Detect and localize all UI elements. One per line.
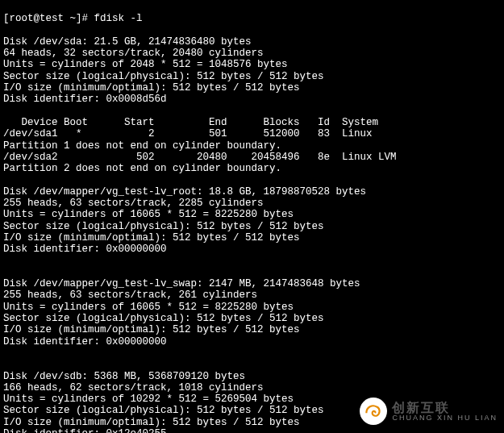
disk-sda-units: Units = cylinders of 2048 * 512 = 104857… bbox=[3, 59, 288, 70]
disk-lvroot-geom: 255 heads, 63 sectors/track, 2285 cylind… bbox=[3, 198, 264, 209]
disk-lvroot-sector: Sector size (logical/physical): 512 byte… bbox=[3, 221, 324, 232]
disk-sdb-units: Units = cylinders of 10292 * 512 = 52695… bbox=[3, 393, 294, 405]
disk-sda-io: I/O size (minimum/optimal): 512 bytes / … bbox=[3, 82, 300, 94]
disk-lvroot-units: Units = cylinders of 16065 * 512 = 82252… bbox=[3, 209, 294, 220]
disk-lvswap-geom: 255 heads, 63 sectors/track, 261 cylinde… bbox=[3, 289, 257, 301]
disk-lvswap-sector: Sector size (logical/physical): 512 byte… bbox=[3, 313, 324, 324]
disk-lvswap-id: Disk identifier: 0x00000000 bbox=[3, 336, 167, 348]
disk-sdb-id: Disk identifier: 0x12e40255 bbox=[3, 428, 167, 433]
disk-sdb-sector: Sector size (logical/physical): 512 byte… bbox=[3, 405, 324, 416]
partition-warning: Partition 2 does not end on cylinder bou… bbox=[3, 163, 281, 174]
partition-warning: Partition 1 does not end on cylinder bou… bbox=[3, 140, 281, 152]
disk-lvroot-io: I/O size (minimum/optimal): 512 bytes / … bbox=[3, 232, 300, 244]
partition-row-sda1: /dev/sda1 * 2 501 512000 83 Linux bbox=[3, 128, 373, 139]
disk-sda-header: Disk /dev/sda: 21.5 GB, 21474836480 byte… bbox=[3, 36, 252, 48]
disk-lvswap-header: Disk /dev/mapper/vg_test-lv_swap: 2147 M… bbox=[3, 278, 360, 289]
terminal-output[interactable]: [root@test ~]# fdisk -l Disk /dev/sda: 2… bbox=[0, 0, 504, 433]
disk-sdb-header: Disk /dev/sdb: 5368 MB, 5368709120 bytes bbox=[3, 371, 245, 382]
disk-sdb-geom: 166 heads, 62 sectors/track, 1018 cylind… bbox=[3, 382, 264, 393]
disk-sda-geom: 64 heads, 32 sectors/track, 20480 cylind… bbox=[3, 48, 264, 59]
disk-lvswap-units: Units = cylinders of 16065 * 512 = 82252… bbox=[3, 302, 294, 313]
partition-row-sda2: /dev/sda2 502 20480 20458496 8e Linux LV… bbox=[3, 152, 397, 163]
prompt-line: [root@test ~]# fdisk -l bbox=[3, 13, 143, 24]
disk-lvroot-id: Disk identifier: 0x00000000 bbox=[3, 244, 167, 255]
disk-lvswap-io: I/O size (minimum/optimal): 512 bytes / … bbox=[3, 324, 300, 335]
partition-table-header: Device Boot Start End Blocks Id System bbox=[3, 117, 378, 128]
disk-sdb-io: I/O size (minimum/optimal): 512 bytes / … bbox=[3, 417, 300, 428]
disk-lvroot-header: Disk /dev/mapper/vg_test-lv_root: 18.8 G… bbox=[3, 186, 366, 198]
disk-sda-id: Disk identifier: 0x0008d56d bbox=[3, 94, 167, 105]
disk-sda-sector: Sector size (logical/physical): 512 byte… bbox=[3, 71, 324, 82]
